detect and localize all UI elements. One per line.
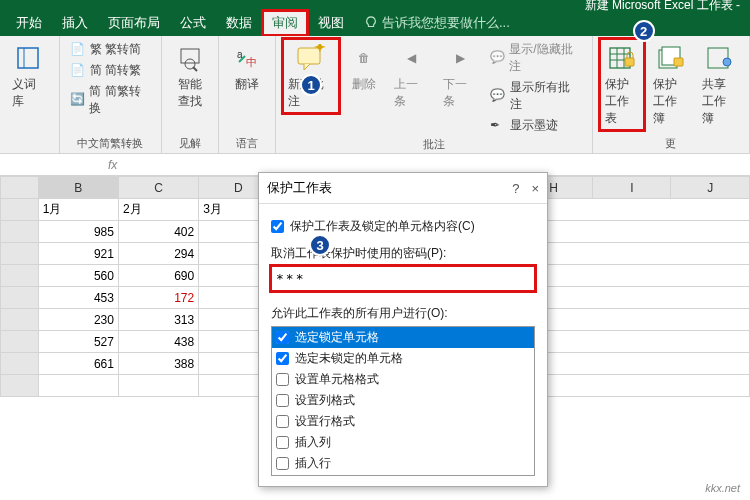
show-hide-comment-button[interactable]: 💬显示/隐藏批注 xyxy=(488,40,584,76)
svg-rect-14 xyxy=(625,58,634,66)
protect-checkbox-input[interactable] xyxy=(271,220,284,233)
list-item[interactable]: 选定锁定单元格 xyxy=(272,327,534,348)
list-item[interactable]: 插入行 xyxy=(272,453,534,474)
svg-point-19 xyxy=(723,58,731,66)
badge-1: 1 xyxy=(300,74,322,96)
fan-to-jian-button[interactable]: 📄繁 繁转简 xyxy=(68,40,153,59)
protect-workbook-button[interactable]: 保护 工作簿 xyxy=(649,40,692,129)
password-input[interactable] xyxy=(271,266,535,291)
tab-insert[interactable]: 插入 xyxy=(52,10,98,36)
tab-formula[interactable]: 公式 xyxy=(170,10,216,36)
svg-text:中: 中 xyxy=(246,56,257,68)
protect-content-checkbox[interactable]: 保护工作表及锁定的单元格内容(C) xyxy=(271,218,535,235)
jian-fan-convert-button[interactable]: 🔄简 简繁转换 xyxy=(68,82,153,118)
protect-sheet-dialog: 保护工作表 ? × 保护工作表及锁定的单元格内容(C) 3 取消工作表保护时使用… xyxy=(258,172,548,487)
svg-rect-2 xyxy=(181,49,199,63)
corner-cell[interactable] xyxy=(1,177,39,199)
svg-rect-0 xyxy=(18,48,38,68)
col-header-i[interactable]: I xyxy=(593,177,671,199)
tab-view[interactable]: 视图 xyxy=(308,10,354,36)
show-ink-button[interactable]: ✒显示墨迹 xyxy=(488,116,584,135)
list-item[interactable]: 选定未锁定的单元格 xyxy=(272,348,534,369)
dialog-title: 保护工作表 xyxy=(267,179,332,197)
list-item[interactable]: 插入超链接 xyxy=(272,474,534,476)
svg-text:✦: ✦ xyxy=(314,44,326,55)
row-header[interactable] xyxy=(1,199,39,221)
tab-start[interactable]: 开始 xyxy=(6,10,52,36)
col-header-j[interactable]: J xyxy=(671,177,750,199)
badge-2: 2 xyxy=(633,20,655,42)
tell-me[interactable]: 告诉我您想要做什么... xyxy=(354,10,520,36)
cell[interactable]: 1月 xyxy=(38,199,118,221)
tab-data[interactable]: 数据 xyxy=(216,10,262,36)
list-item[interactable]: 设置行格式 xyxy=(272,411,534,432)
smart-lookup-button[interactable]: 智能 查找 xyxy=(170,40,210,112)
next-comment-button[interactable]: ▶下一条 xyxy=(439,40,482,112)
list-item[interactable]: 插入列 xyxy=(272,432,534,453)
translate-button[interactable]: a中 翻译 xyxy=(227,40,267,95)
thesaurus-button[interactable]: 义词库 xyxy=(8,40,51,112)
dialog-help-button[interactable]: ? xyxy=(512,181,519,196)
group-changes: 更 xyxy=(601,134,741,151)
delete-comment-button[interactable]: 🗑删除 xyxy=(344,40,384,95)
group-proofing xyxy=(8,149,51,151)
list-item[interactable]: 设置列格式 xyxy=(272,390,534,411)
fx-label: fx xyxy=(100,158,125,172)
dialog-close-button[interactable]: × xyxy=(531,181,539,196)
bulb-icon xyxy=(364,16,378,30)
group-language: 语言 xyxy=(227,134,267,151)
watermark: kkx.net xyxy=(705,482,740,494)
col-header-b[interactable]: B xyxy=(38,177,118,199)
svg-rect-17 xyxy=(674,58,683,66)
tab-layout[interactable]: 页面布局 xyxy=(98,10,170,36)
ribbon: 义词库 📄繁 繁转简 📄简 简转繁 🔄简 简繁转换 中文简繁转换 智能 查找 见… xyxy=(0,36,750,154)
window-title: 新建 Microsoft Excel 工作表 - xyxy=(585,0,740,14)
svg-line-4 xyxy=(193,67,197,71)
tab-review[interactable]: 审阅 xyxy=(262,10,308,36)
permissions-label: 允许此工作表的所有用户进行(O): xyxy=(271,305,535,322)
group-comments: 批注 xyxy=(284,135,584,152)
protect-sheet-button[interactable]: 保护 工作表 xyxy=(601,40,644,129)
share-workbook-button[interactable]: 共享 工作簿 xyxy=(698,40,741,129)
col-header-c[interactable]: C xyxy=(118,177,198,199)
show-all-comments-button[interactable]: 💬显示所有批注 xyxy=(488,78,584,114)
group-convert: 中文简繁转换 xyxy=(68,134,153,151)
permissions-listbox[interactable]: 选定锁定单元格 选定未锁定的单元格 设置单元格格式 设置列格式 设置行格式 插入… xyxy=(271,326,535,476)
badge-3: 3 xyxy=(309,234,331,256)
cell[interactable]: 2月 xyxy=(118,199,198,221)
list-item[interactable]: 设置单元格格式 xyxy=(272,369,534,390)
prev-comment-button[interactable]: ◀上一条 xyxy=(390,40,433,112)
jian-to-fan-button[interactable]: 📄简 简转繁 xyxy=(68,61,153,80)
group-insights: 见解 xyxy=(170,134,210,151)
